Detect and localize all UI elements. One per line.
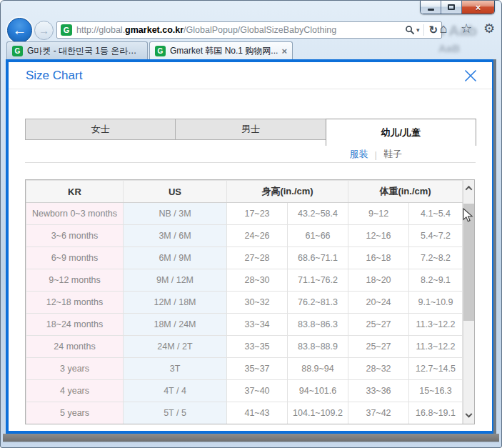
favorites-button[interactable]: ☆ [458, 21, 474, 36]
table-cell: 76.2~81.3 [288, 292, 348, 314]
table-cell: 11.3~12.2 [409, 314, 463, 336]
divider [423, 24, 424, 36]
table-cell: 83.8~88.9 [288, 336, 348, 358]
table-cell: 8.2~9.1 [409, 269, 463, 292]
back-button[interactable]: ← [7, 18, 32, 43]
close-window-button[interactable]: × [462, 1, 494, 14]
table-cell: Newborn 0~3 months [26, 203, 124, 225]
tools-button[interactable]: ⚙ [481, 21, 497, 36]
minimize-button[interactable] [421, 1, 441, 14]
table-cell: 83.8~86.3 [288, 314, 348, 336]
tab-close-button[interactable]: × [281, 46, 287, 56]
table-cell: 12M / 18M [124, 292, 227, 314]
table-cell: 30~32 [227, 292, 288, 314]
table-cell: 28~30 [227, 269, 288, 292]
tab-men[interactable]: 男士 [175, 119, 326, 140]
table-cell: 4.1~5.4 [409, 203, 463, 225]
table-cell: 24~26 [227, 225, 288, 247]
table-row: 12~18 months12M / 18M30~3276.2~81.320~24… [26, 292, 463, 314]
table-cell: 9~12 months [26, 269, 124, 292]
header-height: 身高(in./cm) [227, 181, 348, 203]
scroll-down-button[interactable] [463, 408, 474, 424]
star-icon: ☆ [461, 21, 472, 36]
table-cell: 5.4~7.2 [409, 225, 463, 247]
browser-window: × AaB Aab AaB ← → G http://global.gmarke… [0, 0, 502, 448]
table-cell: 33~36 [348, 380, 409, 402]
table-row: 24 months24M / 2T33~3583.8~88.925~2711.3… [26, 336, 463, 358]
table-cell: 18~24 months [26, 314, 124, 336]
browser-tab-gmarket-kr[interactable]: G G마켓 - 대한민국 1등 온라인 ... [6, 41, 148, 59]
table-row: 3 years3T35~3788.9~9428~3212.7~14.5 [26, 358, 463, 380]
table-cell: 33~35 [227, 336, 288, 358]
divider [25, 162, 476, 163]
table-cell: 25~27 [348, 314, 409, 336]
address-bar[interactable]: G http://global.gmarket.co.kr/GlobalPopu… [56, 21, 442, 39]
forward-button[interactable]: → [34, 21, 54, 40]
table-cell: 33~34 [227, 314, 288, 336]
table-cell: 11.3~12.2 [409, 336, 463, 358]
table-scrollbar[interactable] [463, 180, 474, 424]
back-icon: ← [13, 22, 27, 39]
page-title: Size Chart [26, 69, 82, 83]
popup-close-button[interactable] [463, 69, 478, 83]
table-cell: 17~23 [227, 203, 288, 225]
table-cell: 12~16 [348, 225, 409, 247]
gear-icon: ⚙ [483, 21, 495, 36]
table-row: Newborn 0~3 monthsNB / 3M17~2343.2~58.49… [26, 203, 463, 225]
table-row: 9~12 months9M / 12M28~3071.1~76.218~208.… [26, 269, 463, 292]
header-us: US [124, 181, 227, 203]
url-text[interactable]: http://global.gmarket.co.kr/GlobalPopup/… [76, 25, 403, 35]
table-cell: 4T / 4 [124, 380, 227, 402]
close-icon [463, 69, 478, 83]
close-window-icon: × [476, 3, 481, 12]
browser-tab-bar: G G마켓 - 대한민국 1등 온라인 ... G Gmarket 韩国 No.… [1, 41, 501, 59]
table-cell: 9~12 [348, 203, 409, 225]
table-cell: 35~37 [227, 358, 288, 380]
table-cell: 16.8~19.1 [409, 402, 463, 424]
table-cell: 20~24 [348, 292, 409, 314]
tab-favicon: G [155, 46, 166, 56]
scroll-up-button[interactable] [463, 180, 474, 196]
table-row: 18~24 months18M / 24M33~3483.8~86.325~27… [26, 314, 463, 336]
site-favicon: G [61, 24, 72, 36]
tab-women[interactable]: 女士 [25, 119, 176, 140]
subtab-separator: | [375, 149, 377, 160]
table-cell: 24M / 2T [124, 336, 227, 358]
search-dropdown-caret-icon[interactable]: ▾ [416, 26, 420, 34]
table-cell: 37~42 [348, 402, 409, 424]
search-button[interactable]: ▾ [403, 23, 422, 37]
browser-tab-gmarket-cn-active[interactable]: G Gmarket 韩国 No.1 购物网... × [149, 41, 293, 59]
popup-content: 女士 男士 幼儿/儿童 服装 | 鞋子 KR [9, 119, 492, 424]
home-icon: ⌂ [440, 21, 448, 36]
subtab-shoes[interactable]: 鞋子 [383, 148, 402, 161]
search-icon [405, 25, 416, 36]
maximize-button[interactable] [441, 1, 462, 14]
home-button[interactable]: ⌂ [436, 21, 451, 36]
tab-title: G마켓 - 대한민국 1등 온라인 ... [27, 45, 142, 57]
size-table-container: KR US 身高(in./cm) 体重(in./cm) Newborn 0~3 … [25, 179, 475, 424]
table-cell: 16~18 [348, 247, 409, 269]
chevron-up-icon [466, 185, 473, 192]
table-cell: 6M / 9M [124, 247, 227, 269]
minimize-icon [428, 9, 434, 11]
tab-favicon: G [12, 46, 23, 56]
title-bar[interactable]: × [1, 1, 501, 21]
table-header-row: KR US 身高(in./cm) 体重(in./cm) [26, 181, 463, 203]
table-cell: 88.9~94 [288, 358, 348, 380]
window-bottom-frame [3, 434, 499, 442]
tab-kids[interactable]: 幼儿/儿童 [326, 119, 476, 146]
table-cell: 9M / 12M [124, 269, 227, 292]
table-cell: 5 years [26, 402, 124, 424]
table-row: 6~9 months6M / 9M27~2868.6~71.116~187.2~… [26, 247, 463, 269]
table-cell: 41~43 [227, 402, 288, 424]
table-cell: 3 years [26, 358, 124, 380]
forward-icon: → [39, 24, 49, 36]
scrollbar-thumb[interactable] [463, 204, 474, 321]
table-cell: 12~18 months [26, 292, 124, 314]
table-row: 3~6 months3M / 6M24~2661~6612~165.4~7.2 [26, 225, 463, 247]
table-cell: 37~40 [227, 380, 288, 402]
popup-header: Size Chart [9, 62, 492, 89]
subtab-clothing[interactable]: 服装 [350, 148, 368, 161]
maximize-icon [448, 4, 455, 10]
tab-title: Gmarket 韩国 No.1 购物网... [170, 45, 278, 57]
